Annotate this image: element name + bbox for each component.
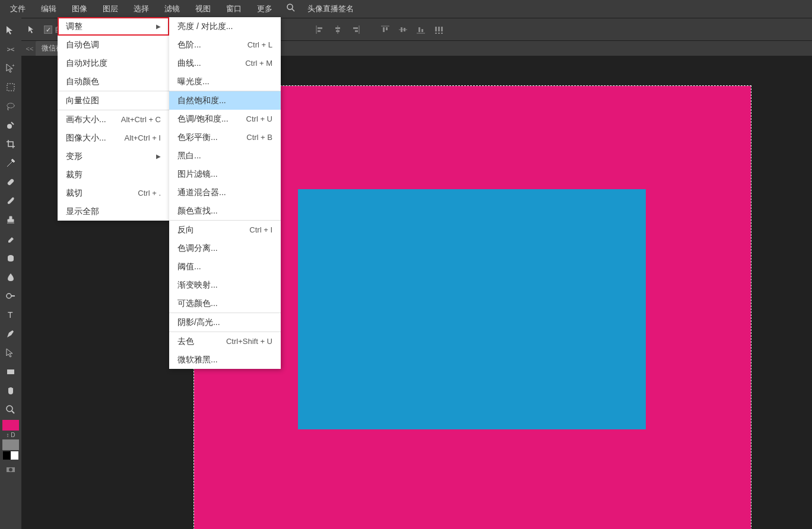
align-left-icon[interactable] xyxy=(313,23,326,36)
pen-tool-icon[interactable] xyxy=(2,325,20,343)
menu-item-label: 自动对比度 xyxy=(66,58,107,69)
quick-select-tool-icon[interactable] xyxy=(2,116,20,134)
menu-window[interactable]: 窗口 xyxy=(218,0,249,18)
menu-item[interactable]: 裁剪 xyxy=(58,165,169,184)
menu-item[interactable]: 颜色查找... xyxy=(169,202,281,220)
menu-more[interactable]: 更多 xyxy=(249,0,280,18)
menu-item-label: 向量位图 xyxy=(66,95,99,106)
distribute-h-icon[interactable] xyxy=(432,23,445,36)
menu-item[interactable]: 图片滤镜... xyxy=(169,165,281,183)
menu-item[interactable]: 黑白... xyxy=(169,146,281,165)
eraser-tool-icon[interactable] xyxy=(2,230,20,248)
align-top-icon[interactable] xyxy=(379,23,392,36)
menu-shortcut: Ctrl + I xyxy=(249,225,272,234)
marquee-tool-icon[interactable] xyxy=(2,78,20,96)
artboard-tool-icon[interactable]: >< xyxy=(2,40,20,58)
align-middle-icon[interactable] xyxy=(397,23,410,36)
menu-item-label: 裁切 xyxy=(66,188,83,199)
zoom-tool-icon[interactable] xyxy=(2,401,20,419)
menu-item[interactable]: 自动对比度 xyxy=(58,54,169,72)
menu-shortcut: Ctrl+Shift + U xyxy=(226,337,272,346)
menu-item[interactable]: 色调分离... xyxy=(169,239,281,257)
svg-rect-33 xyxy=(421,29,423,32)
menu-item-label: 色阶... xyxy=(177,40,201,50)
brush-tool-icon[interactable] xyxy=(2,192,20,210)
menu-item[interactable]: 画布大小...Alt+Ctrl + C xyxy=(58,110,169,129)
menu-item[interactable]: 色调/饱和度...Ctrl + U xyxy=(169,110,281,128)
menu-item-label: 图像大小... xyxy=(66,133,106,144)
align-right-icon[interactable] xyxy=(349,23,362,36)
dodge-tool-icon[interactable] xyxy=(2,287,20,305)
svg-rect-37 xyxy=(435,27,437,31)
gradient-tool-icon[interactable] xyxy=(2,249,20,267)
menu-item[interactable]: 向量位图 xyxy=(58,91,169,110)
menu-item[interactable]: 可选颜色... xyxy=(169,294,281,313)
search-icon[interactable] xyxy=(280,3,302,15)
select-tool-icon[interactable]: + xyxy=(2,59,20,77)
type-tool-icon[interactable]: T xyxy=(2,306,20,324)
svg-rect-14 xyxy=(7,467,15,472)
blur-tool-icon[interactable] xyxy=(2,268,20,286)
healing-tool-icon[interactable] xyxy=(2,173,20,191)
path-select-tool-icon[interactable] xyxy=(2,344,20,362)
menu-item[interactable]: 变形▶ xyxy=(58,147,169,165)
move-tool-icon[interactable] xyxy=(2,21,20,39)
menu-item[interactable]: 图像大小...Alt+Ctrl + I xyxy=(58,129,169,147)
menu-item-label: 显示全部 xyxy=(66,206,99,217)
menu-item[interactable]: 去色Ctrl+Shift + U xyxy=(169,332,281,350)
lasso-tool-icon[interactable] xyxy=(2,97,20,115)
svg-point-15 xyxy=(9,468,12,471)
menu-filter[interactable]: 滤镜 xyxy=(157,0,188,18)
align-bottom-icon[interactable] xyxy=(414,23,427,36)
svg-rect-27 xyxy=(386,27,388,30)
svg-rect-39 xyxy=(441,27,443,31)
menu-item[interactable]: 色阶...Ctrl + L xyxy=(169,36,281,54)
menu-item[interactable]: 显示全部 xyxy=(58,202,169,221)
foreground-color-swatch[interactable] xyxy=(2,420,19,431)
menu-item-label: 色调/饱和度... xyxy=(177,114,229,125)
menu-image[interactable]: 图像 xyxy=(64,0,95,18)
menu-item[interactable]: 曲线...Ctrl + M xyxy=(169,54,281,72)
menu-item[interactable]: 阴影/高光... xyxy=(169,313,281,332)
menu-item[interactable]: 调整▶ xyxy=(58,17,169,36)
menu-item[interactable]: 自动颜色 xyxy=(58,72,169,91)
svg-line-13 xyxy=(12,411,14,413)
menu-layer[interactable]: 图层 xyxy=(95,0,126,18)
menu-item[interactable]: 阈值... xyxy=(169,257,281,276)
menu-item[interactable]: 亮度 / 对比度... xyxy=(169,17,281,36)
menu-item[interactable]: 通道混合器... xyxy=(169,183,281,202)
shape-tool-icon[interactable] xyxy=(2,363,20,381)
menu-select[interactable]: 选择 xyxy=(126,0,157,18)
stamp-tool-icon[interactable] xyxy=(2,211,20,229)
svg-point-0 xyxy=(287,4,293,9)
menu-item[interactable]: 自然饱和度... xyxy=(169,91,281,110)
menu-item[interactable]: 微软雅黑... xyxy=(169,350,281,369)
background-color-swatch[interactable] xyxy=(2,439,19,450)
menu-shortcut: Ctrl + B xyxy=(246,133,272,142)
default-colors-swatch[interactable] xyxy=(3,451,18,460)
svg-rect-17 xyxy=(318,27,322,29)
crop-tool-icon[interactable] xyxy=(2,135,20,153)
menu-item-label: 渐变映射... xyxy=(177,280,218,291)
menu-item[interactable]: 自动色调 xyxy=(58,36,169,54)
eyedropper-tool-icon[interactable] xyxy=(2,154,20,172)
hand-tool-icon[interactable] xyxy=(2,382,20,400)
menubar-right-label[interactable]: 头像直播签名 xyxy=(302,4,360,14)
menu-item-label: 亮度 / 对比度... xyxy=(177,21,233,32)
menu-item[interactable]: 色彩平衡...Ctrl + B xyxy=(169,128,281,146)
menu-item[interactable]: 渐变映射... xyxy=(169,276,281,294)
swap-colors-label[interactable]: ↕ D xyxy=(7,432,15,438)
menu-item[interactable]: 裁切Ctrl + . xyxy=(58,184,169,202)
menu-item[interactable]: 曝光度... xyxy=(169,72,281,91)
menu-file[interactable]: 文件 xyxy=(2,0,33,18)
menu-edit[interactable]: 编辑 xyxy=(33,0,64,18)
svg-rect-30 xyxy=(404,28,405,31)
menu-item[interactable]: 反向Ctrl + I xyxy=(169,221,281,239)
image-menu-dropdown: 调整▶自动色调自动对比度自动颜色向量位图画布大小...Alt+Ctrl + C图… xyxy=(58,17,169,221)
svg-point-5 xyxy=(7,124,12,129)
quickmask-icon[interactable] xyxy=(2,461,20,479)
svg-text:T: T xyxy=(8,310,13,320)
menu-view[interactable]: 视图 xyxy=(188,0,218,18)
tab-prev-icon[interactable]: << xyxy=(24,45,36,52)
align-center-h-icon[interactable] xyxy=(331,23,344,36)
